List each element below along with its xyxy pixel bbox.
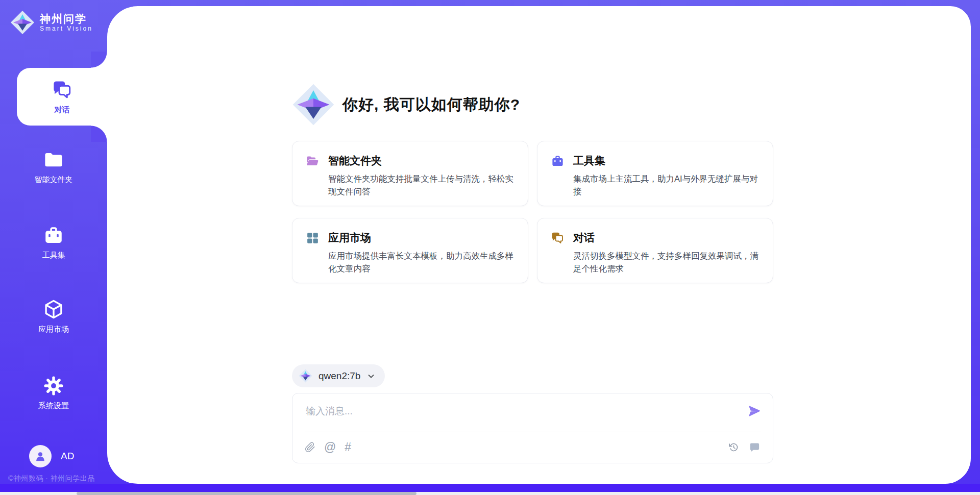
- send-icon[interactable]: [748, 404, 762, 418]
- card-title: 工具集: [573, 154, 605, 168]
- cube-icon: [43, 299, 64, 320]
- folder-open-icon: [306, 154, 320, 168]
- tab-fillet-top: [91, 52, 107, 68]
- brand: 神州问学 Smart Vision: [10, 10, 93, 35]
- horizontal-scrollbar[interactable]: [0, 492, 980, 495]
- app-logo-icon: [10, 10, 35, 35]
- card-description: 应用市场提供丰富长文本模板，助力高效生成多样化文章内容: [328, 250, 514, 275]
- avatar: [29, 445, 52, 467]
- hashtag-icon[interactable]: #: [345, 442, 351, 453]
- model-selector[interactable]: qwen2:7b: [292, 364, 385, 387]
- feature-cards: 智能文件夹 智能文件夹功能支持批量文件上传与清洗，轻松实现文件问答 工具集 集成…: [292, 141, 773, 283]
- gear-icon: [43, 375, 64, 397]
- card-description: 智能文件夹功能支持批量文件上传与清洗，轻松实现文件问答: [328, 172, 514, 198]
- person-icon: [34, 450, 47, 463]
- sidebar: 神州问学 Smart Vision 对话 智能文件夹 工具集 应用: [0, 0, 107, 495]
- card-chat[interactable]: 对话 灵活切换多模型文件，支持多样回复效果调试，满足个性化需求: [537, 218, 773, 283]
- scrollbar-thumb[interactable]: [77, 492, 416, 495]
- sidebar-item-app-market[interactable]: 应用市场: [0, 299, 107, 334]
- brand-name: 神州问学: [40, 13, 93, 25]
- sidebar-item-label: 系统设置: [38, 401, 69, 411]
- card-description: 集成市场上主流工具，助力AI与外界无缝扩展与对接: [573, 172, 760, 198]
- card-title: 对话: [573, 231, 595, 245]
- tab-fillet-bottom: [91, 126, 107, 142]
- card-smart-folder[interactable]: 智能文件夹 智能文件夹功能支持批量文件上传与清洗，轻松实现文件问答: [292, 141, 528, 206]
- greeting-title: 你好, 我可以如何帮助你?: [342, 94, 520, 115]
- chevron-down-icon: [366, 372, 376, 381]
- message-composer: @ #: [292, 393, 773, 463]
- card-app-market[interactable]: 应用市场 应用市场提供丰富长文本模板，助力高效生成多样化文章内容: [292, 218, 528, 283]
- model-logo-icon: [299, 369, 312, 383]
- bottom-accent-bar: [0, 484, 980, 492]
- chat-bubbles-icon: [52, 79, 73, 101]
- toolbox-icon: [551, 154, 565, 168]
- sidebar-item-label: 工具集: [42, 251, 65, 260]
- mention-icon[interactable]: @: [324, 442, 336, 453]
- assistant-logo-icon: [292, 83, 335, 126]
- model-name: qwen2:7b: [318, 370, 360, 382]
- main-panel: 你好, 我可以如何帮助你? 智能文件夹 智能文件夹功能支持批量文件上传与清洗，轻…: [107, 6, 971, 484]
- greeting: 你好, 我可以如何帮助你?: [292, 83, 520, 126]
- copyright-footer: ©神州数码 · 神州问学出品: [8, 474, 95, 483]
- sidebar-item-toolkit[interactable]: 工具集: [0, 225, 107, 260]
- attachment-icon[interactable]: [305, 442, 315, 453]
- sidebar-item-label: 智能文件夹: [35, 175, 73, 185]
- sidebar-item-settings[interactable]: 系统设置: [0, 375, 107, 411]
- user-name: AD: [61, 451, 74, 462]
- card-title: 应用市场: [328, 231, 371, 245]
- chat-bubbles-icon: [551, 231, 565, 245]
- sidebar-item-label: 对话: [55, 105, 70, 115]
- message-input[interactable]: [292, 393, 773, 431]
- sidebar-item-chat[interactable]: 对话: [17, 68, 107, 126]
- history-icon[interactable]: [728, 442, 739, 453]
- card-description: 灵活切换多模型文件，支持多样回复效果调试，满足个性化需求: [573, 250, 760, 275]
- app-grid-icon: [306, 231, 320, 245]
- card-title: 智能文件夹: [328, 154, 382, 168]
- card-toolkit[interactable]: 工具集 集成市场上主流工具，助力AI与外界无缝扩展与对接: [537, 141, 773, 206]
- composer-toolbar: @ #: [292, 431, 773, 463]
- toolbox-icon: [43, 225, 64, 246]
- folder-icon: [43, 149, 64, 170]
- chat-bubble-icon[interactable]: [749, 441, 761, 453]
- brand-subtitle: Smart Vision: [40, 25, 93, 32]
- user-account[interactable]: AD: [29, 445, 74, 467]
- sidebar-item-label: 应用市场: [38, 325, 69, 334]
- sidebar-item-smart-folder[interactable]: 智能文件夹: [0, 149, 107, 185]
